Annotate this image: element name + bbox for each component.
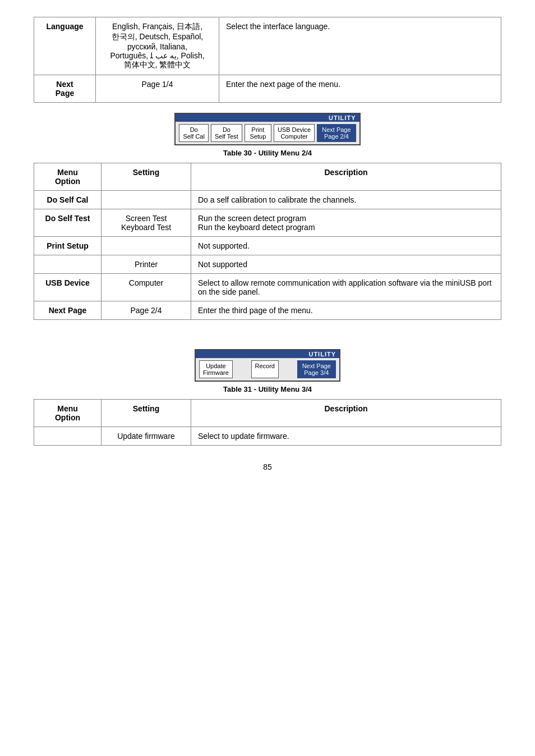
header-setting-31: Setting [102, 400, 191, 427]
setting-print-setup [102, 237, 191, 255]
header-menu-option-31: MenuOption [34, 400, 102, 427]
utility-title-2: UTILITY [176, 114, 359, 122]
table-row: NextPage Page 1/4 Enter the next page of… [34, 75, 501, 103]
do-self-cal-btn[interactable]: DoSelf Cal [179, 124, 209, 142]
desc-do-self-test: Run the screen detect programRun the key… [191, 209, 501, 237]
setting-do-self-test: Screen TestKeyboard Test [102, 209, 191, 237]
table-30: MenuOption Setting Description Do Self C… [34, 163, 501, 320]
table-31: MenuOption Setting Description Update fi… [34, 399, 501, 446]
setting-do-self-cal [102, 191, 191, 209]
menu-blank-31 [34, 427, 102, 446]
table-row: USB Device Computer Select to allow remo… [34, 274, 501, 301]
desc-usb-device: Select to allow remote communication wit… [191, 274, 501, 301]
page-number: 85 [34, 462, 501, 471]
setting-printer: Printer [102, 255, 191, 274]
utility-title-3: UTILITY [196, 350, 339, 358]
menu-do-self-test: Do Self Test [34, 209, 102, 237]
table-30-header-row: MenuOption Setting Description [34, 163, 501, 191]
desc-do-self-cal: Do a self calibration to calibrate the c… [191, 191, 501, 209]
setting-next-page: Page 1/4 [96, 75, 219, 103]
menu-print-setup: Print Setup [34, 237, 102, 255]
utility-buttons-row-2: DoSelf Cal DoSelf Test PrintSetup USB De… [176, 122, 359, 144]
desc-update-firmware: Select to update firmware. [191, 427, 501, 446]
usb-device-computer-btn[interactable]: USB DeviceComputer [274, 124, 315, 142]
next-page-3-btn[interactable]: Next PagePage 3/4 [297, 360, 336, 378]
table-row: Update firmware Select to update firmwar… [34, 427, 501, 446]
menu-option-next-page: NextPage [34, 75, 96, 103]
table-31-caption: Table 31 - Utility Menu 3/4 [34, 385, 501, 393]
update-firmware-btn[interactable]: UpdateFirmware [199, 360, 233, 378]
table-row: Next Page Page 2/4 Enter the third page … [34, 301, 501, 320]
header-menu-option: MenuOption [34, 163, 102, 191]
setting-update-firmware: Update firmware [102, 427, 191, 446]
desc-print-setup: Not supported. [191, 237, 501, 255]
desc-printer: Not supported [191, 255, 501, 274]
table-row: Language English, Français, 日本語, 한국의, De… [34, 17, 501, 75]
menu-do-self-cal: Do Self Cal [34, 191, 102, 209]
utility-menu-2-screenshot: UTILITY DoSelf Cal DoSelf Test PrintSetu… [34, 113, 501, 145]
desc-next-page: Enter the next page of the menu. [219, 75, 501, 103]
table-row: Do Self Test Screen TestKeyboard Test Ru… [34, 209, 501, 237]
header-setting: Setting [102, 163, 191, 191]
menu-option-language: Language [34, 17, 96, 75]
header-description-31: Description [191, 400, 501, 427]
table-30-caption: Table 30 - Utility Menu 2/4 [34, 149, 501, 157]
top-table: Language English, Français, 日本語, 한국의, De… [34, 17, 501, 103]
table-row: Do Self Cal Do a self calibration to cal… [34, 191, 501, 209]
table-row: Printer Not supported [34, 255, 501, 274]
table-row: Print Setup Not supported. [34, 237, 501, 255]
menu-usb-device: USB Device [34, 274, 102, 301]
setting-next-page-30: Page 2/4 [102, 301, 191, 320]
print-setup-btn[interactable]: PrintSetup [245, 124, 271, 142]
utility-buttons-row-3: UpdateFirmware Record Next PagePage 3/4 [196, 358, 339, 381]
desc-language: Select the interface language. [219, 17, 501, 75]
next-page-2-btn[interactable]: Next PagePage 2/4 [317, 124, 356, 142]
menu-next-page-30: Next Page [34, 301, 102, 320]
record-btn[interactable]: Record [251, 360, 279, 378]
menu-blank-printer [34, 255, 102, 274]
utility-box-3: UTILITY UpdateFirmware Record Next PageP… [195, 349, 340, 382]
setting-language: English, Français, 日本語, 한국의, Deutsch, Es… [96, 17, 219, 75]
do-self-test-btn[interactable]: DoSelf Test [211, 124, 242, 142]
setting-usb-computer: Computer [102, 274, 191, 301]
table-31-header-row: MenuOption Setting Description [34, 400, 501, 427]
utility-menu-3-screenshot: UTILITY UpdateFirmware Record Next PageP… [34, 349, 501, 382]
desc-next-page-30: Enter the third page of the menu. [191, 301, 501, 320]
utility-box-2: UTILITY DoSelf Cal DoSelf Test PrintSetu… [174, 113, 360, 145]
header-description: Description [191, 163, 501, 191]
